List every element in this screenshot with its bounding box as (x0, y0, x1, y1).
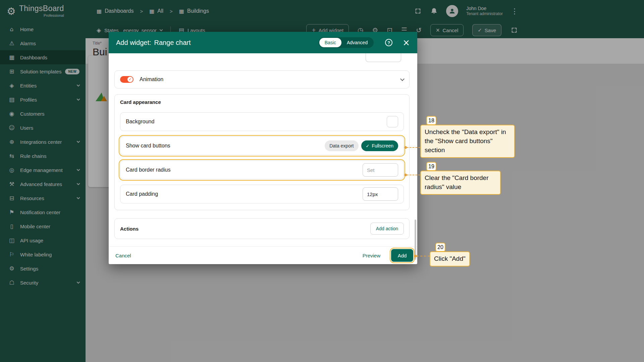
card-border-radius-label: Card border radius (126, 167, 170, 173)
help-icon[interactable]: ? (385, 39, 392, 46)
dialog-title: Add widget: (116, 39, 151, 47)
annotation-step-number: 20 (435, 243, 445, 252)
chevron-down-icon[interactable] (400, 77, 405, 81)
show-card-buttons-label: Show card buttons (126, 143, 170, 149)
dialog-header: Add widget: Range chart Basic Advanced ?… (109, 32, 417, 53)
add-action-button[interactable]: Add action (370, 223, 404, 235)
annotation-callout-20: Click "Add" (430, 251, 470, 266)
annotation-connector (417, 256, 430, 256)
close-icon[interactable]: × (402, 38, 410, 47)
annotation-step-number: 18 (426, 116, 436, 125)
help-glyph: ? (387, 40, 390, 45)
tab-advanced[interactable]: Advanced (341, 38, 373, 47)
chip-label: Data export (329, 143, 354, 148)
scrolled-field-partial[interactable] (366, 53, 401, 62)
annotation-connector (407, 147, 420, 148)
actions-heading: Actions (120, 226, 139, 232)
card-appearance-section: Card appearance Background Show card but… (114, 94, 410, 210)
dialog-widget-name: Range chart (154, 39, 191, 47)
add-widget-dialog: Add widget: Range chart Basic Advanced ?… (109, 32, 417, 264)
dialog-cancel-button[interactable]: Cancel (115, 253, 131, 258)
card-padding-row: Card padding (120, 185, 404, 203)
animation-label: Animation (140, 76, 163, 82)
background-label: Background (126, 119, 154, 125)
mode-toggle-group: Basic Advanced (319, 37, 374, 48)
dialog-body: ✓ Animation Card appearance Background S… (109, 53, 417, 264)
show-card-buttons-row: Show card buttons Data export ✓Fullscree… (120, 136, 404, 155)
chip-label: Fullscreen (372, 143, 393, 148)
card-border-radius-row: Card border radius (120, 161, 404, 179)
animation-toggle[interactable]: ✓ (120, 76, 133, 83)
card-border-radius-input[interactable] (363, 163, 398, 177)
card-padding-input[interactable] (363, 187, 398, 201)
check-icon: ✓ (366, 143, 370, 148)
preview-button[interactable]: Preview (363, 253, 380, 258)
chip-data-export[interactable]: Data export (325, 140, 358, 151)
animation-section: ✓ Animation (114, 70, 410, 88)
add-button[interactable]: Add (391, 249, 413, 262)
actions-section: Actions Add action (114, 218, 410, 239)
chip-fullscreen[interactable]: ✓Fullscreen (361, 140, 398, 151)
screen: ⚙ ThingsBoard Professional ⌂Home ⚠Alarms… (0, 0, 644, 362)
dialog-footer: Cancel Preview Add (109, 246, 417, 264)
annotation-connector (407, 175, 420, 175)
tab-basic[interactable]: Basic (319, 38, 341, 47)
annotation-step-number: 19 (426, 162, 436, 171)
background-row: Background (120, 112, 404, 131)
card-padding-label: Card padding (126, 191, 158, 197)
annotation-callout-18: Uncheck the "Data export" in the "Show c… (420, 125, 515, 158)
scrollbar-thumb[interactable] (415, 220, 416, 260)
card-appearance-heading: Card appearance (120, 99, 404, 105)
background-color-swatch[interactable] (387, 116, 398, 127)
toggle-check-icon: ✓ (127, 77, 133, 82)
annotation-callout-19: Clear the "Card border radius" value (420, 171, 501, 195)
